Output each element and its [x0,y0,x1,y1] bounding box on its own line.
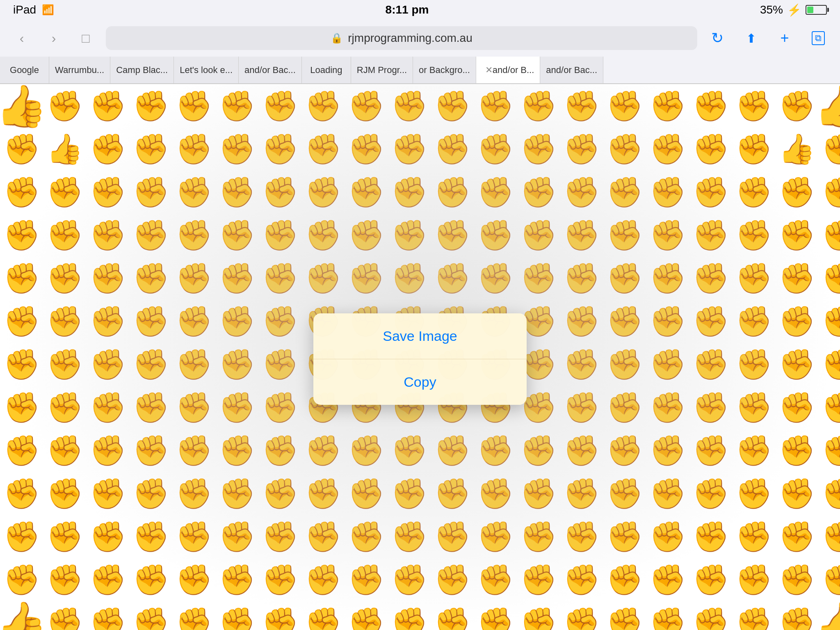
tab-and-or-bac2-label: and/or Bac... [546,65,597,75]
tab-camp-blac[interactable]: Camp Blac... [110,57,174,83]
wifi-icon: 📶 [42,4,54,16]
tab-lets-look[interactable]: Let's look e... [174,57,239,83]
status-bar: iPad 📶 8:11 pm 35% ⚡ [0,0,840,20]
tab-rjm-progr[interactable]: RJM Progr... [351,57,413,83]
tab-and-or-bac2[interactable]: and/or Bac... [540,57,603,83]
tab-and-or-bac1[interactable]: and/or Bac... [239,57,302,83]
battery-percent: 35% [760,3,783,16]
close-icon[interactable]: ✕ [485,65,493,75]
save-image-button[interactable]: Save Image [313,313,527,359]
reload-icon: ↻ [711,30,724,47]
tab-warrumbu-label: Warrumbu... [55,65,104,75]
device-label: iPad [13,3,36,16]
lock-icon: 🔒 [331,32,343,44]
tab-and-or-b-active[interactable]: ✕ and/or B... [476,57,541,83]
tab-warrumbu[interactable]: Warrumbu... [49,57,110,83]
forward-icon: › [52,31,56,46]
tabs-bar: Google Warrumbu... Camp Blac... Let's lo… [0,57,840,84]
toolbar-right: ↻ ⬆ + ⧉ [705,26,830,50]
tab-rjm-progr-label: RJM Progr... [357,65,407,75]
reload-button[interactable]: ↻ [705,26,729,50]
tabs-overview-button[interactable]: ⧉ [806,26,830,50]
browser-chrome: ‹ › □ 🔒 rjmprogramming.com.au ↻ ⬆ + ⧉ [0,20,840,84]
bookmark-button[interactable]: □ [74,26,98,50]
address-bar[interactable]: 🔒 rjmprogramming.com.au [106,26,697,50]
share-button[interactable]: ⬆ [739,26,763,50]
battery-indicator [806,5,827,15]
bookmark-icon: □ [82,31,89,46]
tab-or-backgro-label: or Backgro... [419,65,470,75]
back-button[interactable]: ‹ [10,26,34,50]
lightning-icon: ⚡ [787,3,801,17]
tab-and-or-bac1-label: and/or Bac... [244,65,296,75]
add-tab-icon: + [780,30,789,47]
forward-button[interactable]: › [42,26,66,50]
url-text: rjmprogramming.com.au [348,32,472,45]
tab-loading[interactable]: Loading [302,57,351,83]
tab-camp-blac-label: Camp Blac... [116,65,168,75]
page-content: 👍✊✊✊✊✊✊✊✊✊✊✊✊✊✊✊✊✊✊👍✊👍✊✊✊✊✊✊✊✊✊✊✊✊✊✊✊✊👍✊… [0,84,840,630]
battery-bar [806,5,827,15]
nav-bar: ‹ › □ 🔒 rjmprogramming.com.au ↻ ⬆ + ⧉ [0,20,840,57]
tabs-icon: ⧉ [812,31,825,45]
share-icon: ⬆ [746,31,756,46]
tab-google[interactable]: Google [0,57,49,83]
battery-fill [807,7,813,13]
back-icon: ‹ [20,31,24,46]
tab-or-backgro[interactable]: or Backgro... [413,57,476,83]
time-display: 8:11 pm [386,3,429,16]
copy-button[interactable]: Copy [313,359,527,405]
add-tab-button[interactable]: + [773,26,797,50]
tab-and-or-b-label: and/or B... [493,65,534,75]
context-menu: Save Image Copy [313,313,527,405]
tab-loading-label: Loading [310,65,342,75]
tab-lets-look-label: Let's look e... [180,65,233,75]
tab-google-label: Google [10,65,39,75]
